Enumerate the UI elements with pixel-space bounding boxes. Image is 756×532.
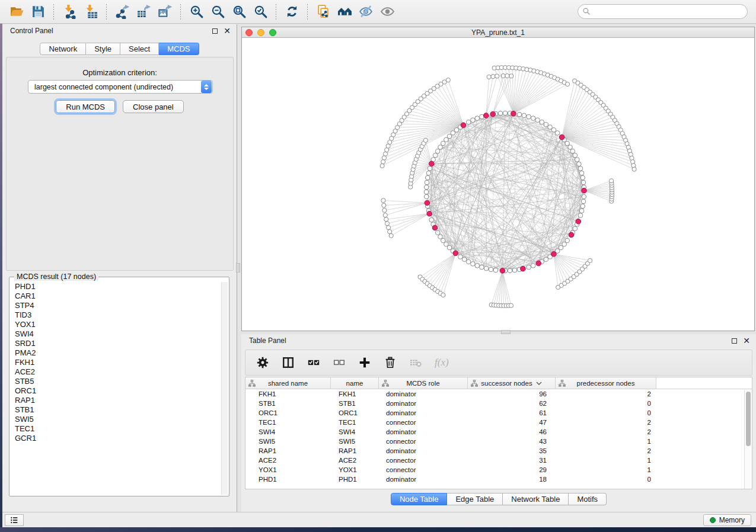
search-field (578, 4, 748, 19)
table-scrollbar-thumb[interactable] (746, 392, 751, 446)
first-neighbors-button[interactable] (334, 2, 355, 21)
tab-mcds[interactable]: MCDS (159, 43, 199, 55)
control-panel-title: Control Panel (10, 27, 212, 35)
first-neighbors-icon (337, 4, 352, 19)
tab-select[interactable]: Select (120, 43, 159, 55)
table-header-row: shared namenameMCDS rolesuccessor nodesp… (245, 377, 752, 389)
table-row[interactable]: SWI4SWI4dominator462 (245, 427, 752, 437)
mcds-result-item[interactable]: GCR1 (15, 434, 221, 443)
tab-node-table[interactable]: Node Table (391, 493, 448, 505)
mcds-result-item[interactable]: SWI5 (15, 415, 221, 424)
mcds-result-item[interactable]: YOX1 (15, 320, 221, 329)
mcds-result-item[interactable]: STB5 (15, 377, 221, 386)
run-mcds-button[interactable]: Run MCDS (56, 100, 115, 113)
result-list-scrollbar[interactable] (221, 282, 228, 495)
import-table-button[interactable] (80, 2, 101, 21)
mcds-result-item[interactable]: PHD1 (15, 282, 221, 291)
table-row[interactable]: FKH1FKH1dominator962 (245, 389, 752, 399)
table-cell: STB1 (245, 400, 331, 407)
close-panel-icon[interactable]: ✕ (224, 28, 231, 34)
mcds-result-item[interactable]: ACE2 (15, 367, 221, 377)
column-header-name[interactable]: name (331, 377, 379, 389)
tab-network-table[interactable]: Network Table (503, 493, 569, 505)
export-table-button[interactable] (133, 2, 154, 21)
network-canvas[interactable] (242, 39, 754, 331)
column-header-mcds-role[interactable]: MCDS role (379, 377, 468, 389)
optimization-criterion-select[interactable]: largest connected component (undirected) (28, 80, 213, 94)
column-header-shared-name[interactable]: shared name (245, 377, 331, 389)
mcds-result-item[interactable]: SRD1 (15, 339, 221, 348)
float-window-icon[interactable] (732, 338, 737, 344)
zoom-selected-button[interactable] (250, 2, 271, 21)
column-label: successor nodes (481, 380, 532, 387)
apply-layout-button[interactable] (281, 2, 302, 21)
table-cell: ORC1 (331, 409, 379, 416)
network-graph[interactable] (242, 39, 754, 332)
delete-column-icon (384, 356, 397, 369)
table-cell: 2 (556, 419, 656, 426)
save-session-button[interactable] (27, 2, 49, 21)
table-row[interactable]: ORC1ORC1dominator610 (245, 408, 752, 418)
delete-column-button[interactable] (384, 356, 397, 369)
mcds-result-item[interactable]: TEC1 (15, 424, 221, 434)
table-row[interactable]: RAP1RAP1dominator352 (245, 446, 752, 456)
search-input[interactable] (578, 4, 748, 19)
memory-button[interactable]: Memory (703, 514, 751, 526)
tab-motifs[interactable]: Motifs (569, 493, 607, 505)
show-all-button[interactable] (377, 2, 398, 21)
mcds-result-item[interactable]: RAP1 (15, 396, 221, 405)
new-network-from-selection-button[interactable] (312, 2, 334, 21)
tab-network[interactable]: Network (40, 43, 86, 55)
table-row[interactable]: TEC1TEC1connector472 (245, 418, 752, 427)
table-cell: SWI5 (245, 438, 331, 445)
shared-column-icon (248, 380, 256, 387)
tab-edge-table[interactable]: Edge Table (447, 493, 503, 505)
function-builder-button: f(x) (435, 357, 449, 368)
add-column-button[interactable] (358, 356, 371, 369)
float-window-icon[interactable] (212, 28, 218, 34)
zoom-out-button[interactable] (207, 2, 228, 21)
mcds-result-item[interactable]: PMA2 (15, 348, 221, 358)
table-cell: YOX1 (331, 466, 379, 473)
table-row[interactable]: STB1STB1dominator620 (245, 399, 752, 408)
close-panel-icon[interactable]: ✕ (743, 338, 750, 344)
table-scrollbar-track[interactable] (744, 390, 752, 489)
mcds-result-item[interactable]: STB1 (15, 405, 221, 415)
cytoscape-window: Control Panel ✕ NetworkStyleSelectMCDS O… (0, 0, 756, 527)
mcds-result-item[interactable]: ORC1 (15, 386, 221, 396)
open-file-button[interactable] (6, 2, 27, 21)
mcds-result-item[interactable]: FKH1 (15, 358, 221, 367)
hide-selected-button[interactable] (355, 2, 377, 21)
table-cell: 35 (468, 447, 556, 454)
tab-style[interactable]: Style (86, 43, 120, 55)
mcds-result-item[interactable]: STP4 (15, 301, 221, 310)
task-history-button[interactable] (5, 514, 24, 526)
import-network-button[interactable] (59, 2, 80, 21)
deselect-all-rows-button[interactable] (333, 356, 346, 369)
mcds-result-item[interactable]: CAR1 (15, 291, 221, 301)
table-cell: 0 (556, 409, 656, 416)
column-header-predecessor-nodes[interactable]: predecessor nodes (556, 377, 656, 389)
mcds-panel: Optimization criterion: largest connecte… (6, 57, 234, 271)
mcds-result-item[interactable]: TID3 (15, 310, 221, 320)
table-cell: 47 (468, 419, 556, 426)
table-cell: connector (379, 419, 468, 426)
fit-content-button[interactable] (228, 2, 250, 21)
table-cell: 46 (468, 428, 556, 435)
table-row[interactable]: YOX1YOX1connector291 (245, 465, 752, 475)
column-header-successor-nodes[interactable]: successor nodes (468, 377, 556, 389)
export-network-button[interactable] (111, 2, 133, 21)
horizontal-splitter-handle[interactable] (501, 330, 511, 334)
show-columns-button[interactable] (282, 356, 295, 369)
mcds-result-item[interactable]: SWI4 (15, 329, 221, 339)
column-settings-button[interactable] (256, 356, 269, 369)
select-all-rows-button[interactable] (307, 356, 320, 369)
table-cell: dominator (379, 447, 468, 454)
table-row[interactable]: PHD1PHD1dominator180 (245, 475, 752, 484)
export-image-button[interactable] (154, 2, 176, 21)
table-row[interactable]: SWI5SWI5connector431 (245, 437, 752, 446)
vertical-splitter-handle[interactable] (236, 263, 240, 273)
table-row[interactable]: ACE2ACE2connector311 (245, 456, 752, 465)
zoom-in-button[interactable] (186, 2, 207, 21)
close-panel-button[interactable]: Close panel (123, 100, 184, 113)
